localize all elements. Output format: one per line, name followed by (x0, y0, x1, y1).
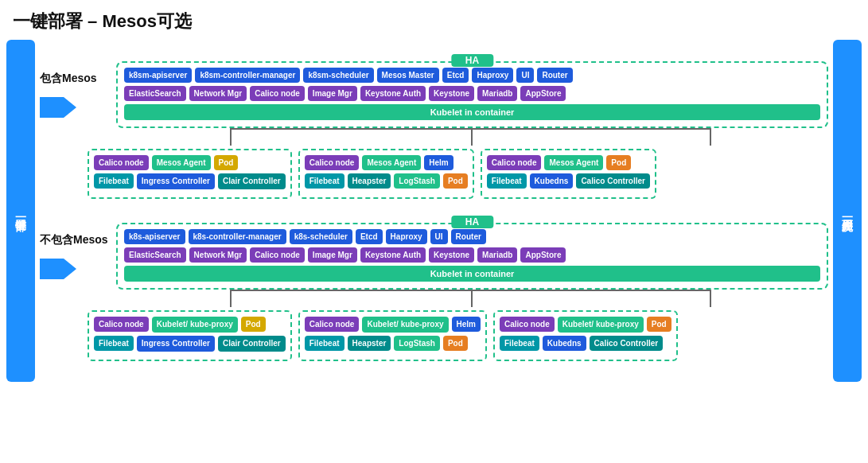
nw2-kubelet: Kubelet/ kube-proxy (362, 317, 448, 333)
nw1-pod: Pod (241, 317, 266, 332)
nw3-calico-ctrl: Calico Controller (590, 336, 664, 351)
w1-filebeat: Filebeat (94, 173, 134, 189)
comp-mariadb-2: Mariadb (477, 247, 517, 263)
comp-network-mgr-2: Network Mgr (189, 247, 247, 263)
nw2-filebeat: Filebeat (305, 336, 344, 351)
nw2-calico: Calico node (305, 317, 360, 332)
w2-logstash: LogStash (394, 173, 440, 189)
comp-appstore-2: AppStore (520, 247, 566, 263)
comp-k8sm-scheduler: k8sm-scheduler (303, 68, 373, 83)
w1-mesos-agent: Mesos Agent (152, 155, 211, 170)
kubelet-bar-2: Kubelet in container (124, 266, 820, 282)
nw2-pod: Pod (443, 336, 468, 351)
comp-router-2: Router (451, 229, 486, 244)
w1-clair: Clair Controller (218, 173, 286, 189)
w2-pod: Pod (443, 173, 468, 189)
mesos-ha-label: HA (451, 54, 493, 67)
w1-ingress: Ingress Controller (137, 173, 215, 189)
w3-calico: Calico node (487, 155, 542, 170)
w2-heapster: Heapster (348, 173, 391, 189)
w3-calico-ctrl: Calico Controller (576, 173, 650, 189)
comp-k8s-controller-manager: k8s-controller-manager (189, 229, 286, 244)
w2-calico: Calico node (305, 155, 360, 170)
nw1-calico: Calico node (94, 317, 149, 332)
page-title: 一键部署 – Mesos可选 (0, 0, 868, 40)
mesos-arrow (40, 97, 76, 118)
w1-pod: Pod (214, 155, 239, 170)
nw2-heapster: Heapster (348, 336, 391, 351)
comp-keystone-2: Keystone (429, 247, 474, 263)
nw1-kubelet: Kubelet/ kube-proxy (152, 317, 238, 333)
comp-keystone-auth-2: Keystone Auth (360, 247, 426, 263)
nw1-filebeat: Filebeat (94, 336, 134, 351)
comp-k8sm-controller-manager: k8sm-controller-manager (195, 68, 300, 83)
w2-mesos-agent: Mesos Agent (362, 155, 421, 170)
comp-haproxy-2: Haproxy (386, 229, 427, 244)
comp-etcd-1: Etcd (442, 68, 469, 83)
nw3-kubedns: Kubedns (543, 336, 586, 351)
mesos-worker-1: Calico node Mesos Agent Pod Filebeat Ing… (88, 149, 292, 199)
comp-ui-1: UI (516, 68, 534, 83)
nw3-pod: Pod (647, 317, 671, 332)
w3-filebeat: Filebeat (487, 173, 527, 189)
no-mesos-worker-3: Calico node Kubelet/ kube-proxy Pod File… (493, 310, 678, 361)
comp-haproxy-1: Haproxy (472, 68, 513, 83)
nw1-clair: Clair Controller (218, 336, 286, 352)
nw3-kubelet: Kubelet/ kube-proxy (558, 317, 644, 333)
comp-mesos-master: Mesos Master (377, 68, 439, 83)
no-mesos-ha-label: HA (451, 216, 493, 228)
w3-kubedns: Kubedns (530, 173, 574, 189)
mesos-worker-2: Calico node Mesos Agent Helm Filebeat He… (298, 149, 474, 199)
w2-helm: Helm (424, 155, 453, 170)
no-mesos-section-label: 不包含Mesos (40, 233, 108, 247)
mesos-ha-cluster: HA k8sm-apiserver k8sm-controller-manage… (116, 61, 828, 128)
comp-image-mgr-1: Image Mgr (308, 86, 357, 101)
comp-network-mgr-1: Network Mgr (189, 86, 247, 101)
w2-filebeat: Filebeat (305, 173, 344, 189)
w3-mesos-agent: Mesos Agent (544, 155, 603, 170)
w3-pod: Pod (606, 155, 631, 170)
comp-keystone-auth-1: Keystone Auth (360, 86, 426, 101)
nw1-ingress: Ingress Controller (137, 336, 215, 352)
comp-k8s-scheduler: k8s-scheduler (290, 229, 352, 244)
nw2-helm: Helm (452, 317, 481, 332)
comp-router-1: Router (537, 68, 572, 83)
left-sidebar-label: 一键部署 (6, 40, 35, 382)
nw3-calico: Calico node (500, 317, 555, 332)
no-mesos-ha-cluster: HA k8s-apiserver k8s-controller-manager … (116, 223, 828, 290)
w1-calico: Calico node (94, 155, 149, 170)
comp-keystone-1: Keystone (429, 86, 474, 101)
nw2-logstash: LogStash (394, 336, 440, 351)
comp-mariadb-1: Mariadb (477, 86, 517, 101)
comp-elasticsearch-2: ElasticSearch (124, 247, 186, 263)
right-sidebar-label: 统一用户界面 (833, 40, 862, 382)
comp-appstore-1: AppStore (520, 86, 566, 101)
no-mesos-worker-1: Calico node Kubelet/ kube-proxy Pod File… (88, 310, 292, 361)
comp-calico-node-1: Calico node (250, 86, 305, 101)
comp-ui-2: UI (430, 229, 448, 244)
comp-k8sm-apiserver: k8sm-apiserver (124, 68, 192, 83)
nw3-filebeat: Filebeat (500, 336, 539, 351)
comp-etcd-2: Etcd (356, 229, 383, 244)
no-mesos-workers: Calico node Kubelet/ kube-proxy Pod File… (40, 307, 828, 361)
comp-elasticsearch-1: ElasticSearch (124, 86, 186, 101)
no-mesos-worker-2: Calico node Kubelet/ kube-proxy Helm Fil… (298, 310, 487, 361)
mesos-section-label: 包含Mesos (40, 72, 97, 86)
comp-image-mgr-2: Image Mgr (308, 247, 357, 263)
mesos-worker-3: Calico node Mesos Agent Pod Filebeat Kub… (481, 149, 656, 199)
comp-k8s-apiserver: k8s-apiserver (124, 229, 185, 244)
mesos-workers: Calico node Mesos Agent Pod Filebeat Ing… (40, 146, 828, 199)
no-mesos-arrow (40, 259, 76, 279)
kubelet-bar-1: Kubelet in container (124, 104, 820, 120)
comp-calico-node-2: Calico node (250, 247, 305, 263)
